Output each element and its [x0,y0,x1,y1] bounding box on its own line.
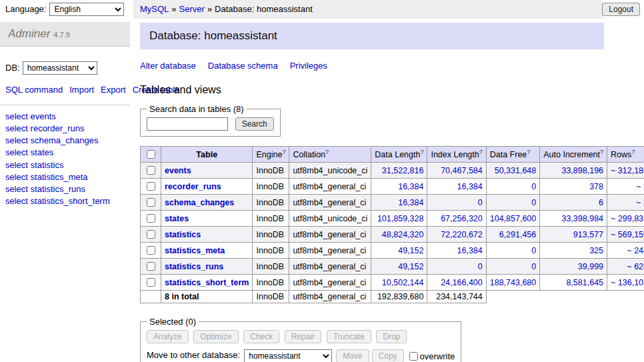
selected-action-button[interactable]: Analyze [147,330,189,343]
auto-increment-link[interactable]: 378 [589,182,603,191]
table-name-link[interactable]: states [165,214,189,223]
row-select-checkbox[interactable] [147,230,155,239]
sidebar-select-table-link[interactable]: select recorder_runs [5,123,125,135]
row-select-checkbox[interactable] [147,262,155,271]
sidebar-link-import[interactable]: Import [69,85,94,95]
help-icon[interactable]: ? [325,149,329,155]
auto-increment-link[interactable]: 913,577 [573,230,603,239]
help-icon[interactable]: ? [479,149,483,155]
table-name-link[interactable]: statistics_meta [165,246,225,255]
index-length-link[interactable]: 16,384 [457,246,483,255]
selected-action-button[interactable]: Repair [285,330,321,343]
rows-count-link[interactable]: ~ 569,159 [611,230,644,239]
help-icon[interactable]: ? [631,149,635,155]
index-length-link[interactable]: 0 [478,262,483,271]
auto-increment-link[interactable]: 33,398,984 [561,214,603,223]
table-name-link[interactable]: statistics [165,230,201,239]
sidebar-select-table-link[interactable]: select statistics_short_term [5,195,125,207]
sidebar-select-table-link[interactable]: select states [5,147,125,159]
sidebar-select-table-link[interactable]: select events [5,111,125,123]
selected-action-button[interactable]: Drop [376,330,407,343]
move-button[interactable]: Move [336,349,369,362]
copy-button[interactable]: Copy [372,349,404,362]
index-length-link[interactable]: 24,166,400 [441,278,483,287]
rows-count-link[interactable]: ~ 136,108 [611,278,644,287]
help-icon[interactable]: ? [600,149,603,155]
row-select-checkbox[interactable] [147,214,155,223]
search-input[interactable] [147,117,228,131]
table-name-link[interactable]: statistics_short_term [165,278,249,287]
selected-action-button[interactable]: Check [243,330,279,343]
auto-increment-link[interactable]: 6 [599,198,603,207]
index-length-link[interactable]: 16,384 [457,182,483,191]
language-area: Language:English [0,0,130,16]
data-free-link[interactable]: 0 [531,198,536,207]
overwrite-checkbox[interactable] [409,352,418,361]
sidebar-link-sql-command[interactable]: SQL command [5,85,63,95]
data-length-link[interactable]: 49,152 [398,246,423,255]
sidebar-select-table-link[interactable]: select statistics_meta [5,171,125,183]
rows-count-link[interactable]: ~ 299,833 [611,214,644,223]
data-free-link[interactable]: 188,743,680 [490,278,537,287]
db-select[interactable]: homeassistant [23,61,97,75]
auto-increment-link[interactable]: 39,999 [578,262,603,271]
auto-increment-link[interactable]: 325 [589,246,603,255]
row-select-checkbox[interactable] [147,166,155,175]
rows-count-link[interactable]: ~ 312,180 [611,166,644,175]
row-select-checkbox[interactable] [147,278,155,287]
help-icon[interactable]: ? [420,149,423,155]
alter-database-link[interactable]: Alter database [140,61,196,71]
rows-count-link[interactable]: ~ 5 [636,182,644,191]
sidebar-select-table-link[interactable]: select statistics_runs [5,183,125,195]
data-free-link[interactable]: 0 [531,182,536,191]
data-length-link[interactable]: 101,859,328 [377,214,424,223]
data-length-link[interactable]: 16,384 [398,198,423,207]
select-all-checkbox[interactable] [147,150,155,159]
table-name-link[interactable]: statistics_runs [165,262,223,271]
rows-count-link[interactable]: ~ 628 [627,262,644,271]
auto-increment-link[interactable]: 33,898,196 [561,166,603,175]
data-free-link[interactable]: 6,291,456 [499,230,537,239]
selected-action-button[interactable]: Truncate [327,330,371,343]
index-length-link[interactable]: 70,467,584 [441,166,483,175]
sidebar-select-table-link[interactable]: select statistics [5,159,125,171]
auto-increment-link[interactable]: 8,581,645 [566,278,603,287]
data-length-link[interactable]: 16,384 [398,182,423,191]
language-select[interactable]: English [49,3,124,16]
header-collation: Collation? [289,147,371,163]
table-name-link[interactable]: events [165,166,191,175]
rows-count-link[interactable]: ~ 244 [627,246,644,255]
index-length-link[interactable]: 67,256,320 [441,214,483,223]
search-button[interactable]: Search [235,117,274,131]
data-free-link[interactable]: 50,331,648 [495,166,537,175]
help-icon[interactable]: ? [527,149,530,155]
data-length-link[interactable]: 31,522,816 [382,166,424,175]
database-schema-link[interactable]: Database schema [208,61,278,71]
collation-cell: utf8mb4_general_ci [289,227,371,243]
data-free-link[interactable]: 0 [531,262,536,271]
rows-count-link[interactable]: ~ 3 [636,198,644,207]
row-select-checkbox[interactable] [147,182,155,191]
data-length-link[interactable]: 10,502,144 [382,278,424,287]
move-db-select[interactable]: homeassistant [244,349,332,362]
row-select-checkbox[interactable] [147,246,155,255]
overwrite-label[interactable]: overwrite [420,351,455,361]
sidebar-select-table-link[interactable]: select schema_changes [5,135,125,147]
adminer-logo-text[interactable]: Adminer [8,27,50,40]
table-name-link[interactable]: recorder_runs [165,182,221,191]
help-icon[interactable]: ? [282,149,285,155]
index-length-link[interactable]: 0 [478,198,483,207]
privileges-link[interactable]: Privileges [290,61,327,71]
breadcrumb-link-mysql[interactable]: MySQL [140,4,169,14]
data-free-link[interactable]: 0 [531,246,536,255]
selected-action-button[interactable]: Optimize [193,330,238,343]
row-select-checkbox[interactable] [147,198,155,207]
data-length-link[interactable]: 49,152 [398,262,423,271]
logout-button[interactable]: Logout [602,3,640,16]
data-free-link[interactable]: 104,857,600 [490,214,537,223]
breadcrumb-link-server[interactable]: Server [179,4,205,14]
index-length-link[interactable]: 72,220,672 [441,230,483,239]
sidebar-link-export[interactable]: Export [101,85,126,95]
data-length-link[interactable]: 48,824,320 [382,230,424,239]
table-name-link[interactable]: schema_changes [165,198,234,207]
